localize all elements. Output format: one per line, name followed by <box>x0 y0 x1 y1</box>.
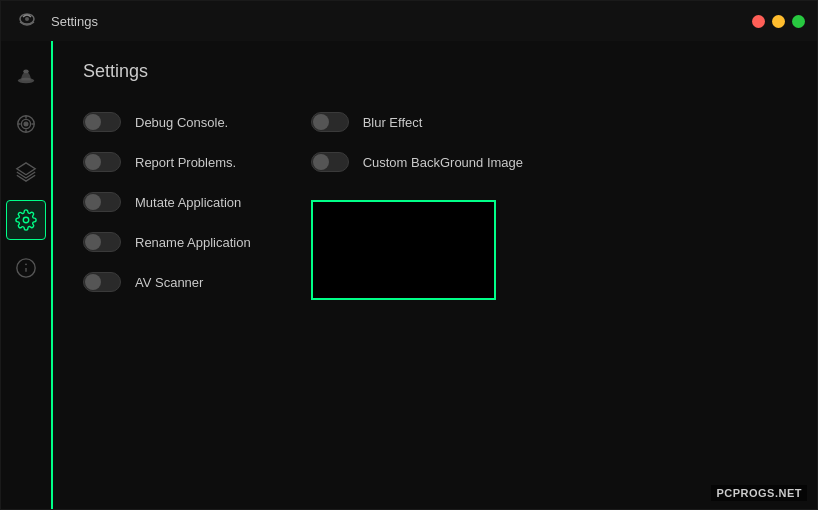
setting-row-av-scanner: AV Scanner <box>83 272 251 292</box>
svg-point-3 <box>23 70 29 74</box>
settings-right-column: Blur Effect Custom BackGround Image <box>311 112 523 300</box>
main-layout: Settings Debug Console. Report Problems. <box>1 41 817 509</box>
setting-row-mutate-application: Mutate Application <box>83 192 251 212</box>
label-debug-console: Debug Console. <box>135 115 228 130</box>
svg-point-12 <box>23 217 29 223</box>
svg-point-6 <box>24 122 28 126</box>
toggle-rename-application[interactable] <box>83 232 121 252</box>
sidebar-item-info[interactable] <box>6 248 46 288</box>
close-button[interactable] <box>752 15 765 28</box>
app-icon <box>13 7 41 35</box>
label-custom-background: Custom BackGround Image <box>363 155 523 170</box>
toggle-custom-background[interactable] <box>311 152 349 172</box>
sidebar-item-hat[interactable] <box>6 56 46 96</box>
settings-grid: Debug Console. Report Problems. Mutate A… <box>83 112 787 300</box>
setting-row-debug-console: Debug Console. <box>83 112 251 132</box>
toggle-blur-effect[interactable] <box>311 112 349 132</box>
toggle-av-scanner[interactable] <box>83 272 121 292</box>
label-mutate-application: Mutate Application <box>135 195 241 210</box>
window-controls <box>752 15 805 28</box>
window-title: Settings <box>51 14 98 29</box>
maximize-button[interactable] <box>792 15 805 28</box>
label-av-scanner: AV Scanner <box>135 275 203 290</box>
background-image-preview <box>311 200 496 300</box>
label-report-problems: Report Problems. <box>135 155 236 170</box>
settings-left-column: Debug Console. Report Problems. Mutate A… <box>83 112 251 300</box>
page-title: Settings <box>83 61 787 82</box>
sidebar-item-target[interactable] <box>6 104 46 144</box>
setting-row-custom-background: Custom BackGround Image <box>311 152 523 172</box>
label-rename-application: Rename Application <box>135 235 251 250</box>
watermark: PCPROGS.NET <box>711 485 807 501</box>
sidebar-item-settings[interactable] <box>6 200 46 240</box>
setting-row-blur-effect: Blur Effect <box>311 112 523 132</box>
sidebar-item-layers[interactable] <box>6 152 46 192</box>
sidebar <box>1 41 53 509</box>
toggle-mutate-application[interactable] <box>83 192 121 212</box>
title-bar-left: Settings <box>13 7 98 35</box>
setting-row-report-problems: Report Problems. <box>83 152 251 172</box>
label-blur-effect: Blur Effect <box>363 115 423 130</box>
toggle-report-problems[interactable] <box>83 152 121 172</box>
setting-row-rename-application: Rename Application <box>83 232 251 252</box>
main-window: Settings <box>0 0 818 510</box>
toggle-debug-console[interactable] <box>83 112 121 132</box>
minimize-button[interactable] <box>772 15 785 28</box>
content-area: Settings Debug Console. Report Problems. <box>53 41 817 509</box>
title-bar: Settings <box>1 1 817 41</box>
svg-marker-11 <box>17 163 35 175</box>
svg-point-1 <box>25 17 29 21</box>
